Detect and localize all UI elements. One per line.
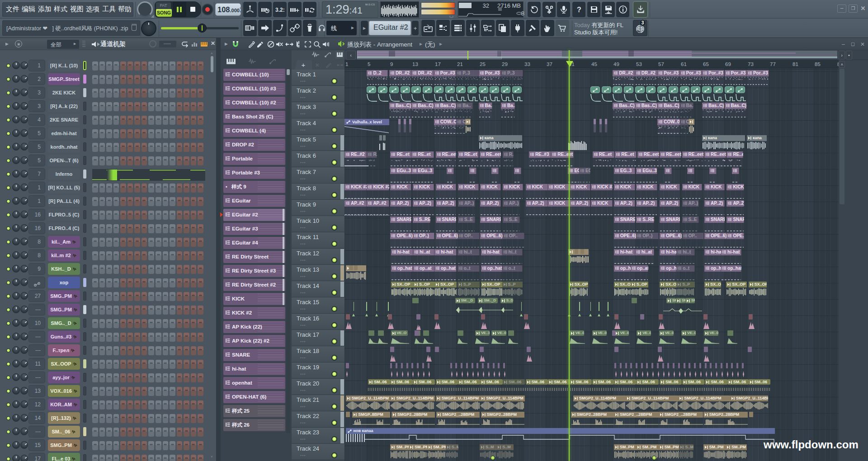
svg-text:3.2:: 3.2: (275, 7, 285, 13)
svg-text:?: ? (577, 6, 581, 14)
